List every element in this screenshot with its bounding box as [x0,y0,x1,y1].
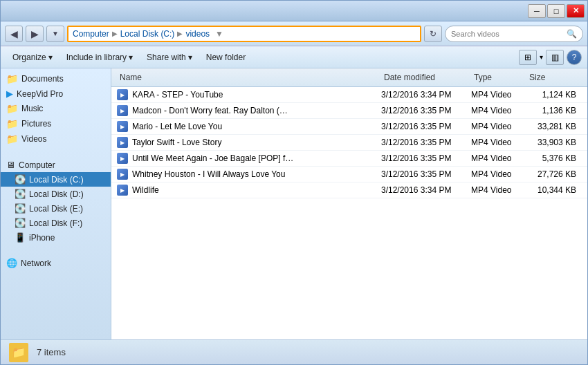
explorer-window: ─ □ ✕ ◀ ▶ ▼ Computer ▶ Local Disk (C:) ▶… [0,0,588,365]
col-size[interactable]: Size [526,71,582,84]
file-name-cell: ▶ Until We Meet Again - Joe Bagale [POP]… [117,153,381,164]
file-name-cell: ▶ Mario - Let Me Love You [117,121,381,132]
title-bar: ─ □ ✕ [1,1,587,21]
search-input[interactable] [451,30,564,38]
file-name-text: Madcon - Don't Worry feat. Ray Dalton (… [132,106,288,115]
sidebar-item-iphone[interactable]: 📱 iPhone [1,230,111,245]
view-toggle-button[interactable]: ⊞ [519,50,537,65]
sidebar-item-local-e[interactable]: 💽 Local Disk (E:) [1,201,111,216]
table-row[interactable]: ▶ KARA - STEP - YouTube 3/12/2016 3:34 P… [111,87,587,103]
keepvid-icon: ▶ [6,88,13,99]
col-type[interactable]: Type [471,71,526,84]
sidebar-item-videos[interactable]: 📁 Videos [1,131,111,147]
share-with-dropdown-icon: ▾ [188,53,192,62]
organize-dropdown-icon: ▾ [48,53,53,62]
breadcrumb-drive[interactable]: Local Disk (C:) [120,29,175,39]
sidebar-label-documents: Documents [21,74,64,84]
file-size: 1,124 KB [526,90,582,100]
file-date: 3/12/2016 3:35 PM [381,169,471,179]
sidebar-item-music[interactable]: 📁 Music [1,101,111,116]
file-size: 33,281 KB [526,122,582,131]
sidebar-item-keepvid[interactable]: ▶ KeepVid Pro [1,86,111,101]
sidebar-item-local-c[interactable]: 💽 Local Disk (C:) [1,172,111,187]
file-type: MP4 Video [471,90,526,100]
status-item-count: 7 items [37,347,66,357]
sidebar-label-local-d: Local Disk (D:) [29,189,84,199]
sidebar-label-local-f: Local Disk (F:) [29,218,82,228]
file-date: 3/12/2016 3:35 PM [381,153,471,163]
file-date: 3/12/2016 3:34 PM [381,185,471,195]
folder-icon: 📁 [6,73,18,84]
file-name-text: Taylor Swift - Love Story [132,138,221,147]
organize-button[interactable]: Organize ▾ [6,49,59,66]
sidebar-item-local-d[interactable]: 💽 Local Disk (D:) [1,187,111,201]
favorites-section: 📁 Documents ▶ KeepVid Pro 📁 Music 📁 Pict… [1,68,111,149]
file-type: MP4 Video [471,122,526,131]
sidebar-label-computer: Computer [19,160,55,170]
help-button[interactable]: ? [567,50,582,65]
file-date: 3/12/2016 3:35 PM [381,122,471,131]
up-button[interactable]: ▼ [46,26,64,42]
computer-section: 🖥 Computer 💽 Local Disk (C:) 💽 Local Dis… [1,155,111,247]
network-icon: 🌐 [6,258,17,268]
sidebar-label-local-c: Local Disk (C:) [29,175,84,185]
back-button[interactable]: ◀ [5,26,23,42]
sidebar-item-computer-header[interactable]: 🖥 Computer [1,158,111,172]
file-size: 10,344 KB [526,185,582,195]
close-button[interactable]: ✕ [567,4,585,18]
file-type-icon: ▶ [117,137,128,148]
file-date: 3/12/2016 3:35 PM [381,106,471,115]
videos-folder-icon: 📁 [6,133,18,144]
preview-pane-button[interactable]: ▥ [546,50,564,65]
network-section: 🌐 Network [1,253,111,273]
file-name-cell: ▶ KARA - STEP - YouTube [117,89,381,100]
minimize-button[interactable]: ─ [528,4,546,18]
new-folder-button[interactable]: New folder [200,49,252,66]
pictures-folder-icon: 📁 [6,118,18,129]
table-row[interactable]: ▶ Madcon - Don't Worry feat. Ray Dalton … [111,103,587,119]
col-name[interactable]: Name [117,71,381,84]
table-row[interactable]: ▶ Wildlife 3/12/2016 3:34 PM MP4 Video 1… [111,182,587,198]
search-icon[interactable]: 🔍 [567,29,577,39]
include-library-label: Include in library [66,53,127,62]
column-headers: Name Date modified Type Size [111,68,587,87]
refresh-button[interactable]: ↻ [424,26,442,42]
organize-label: Organize [12,53,46,62]
window-controls: ─ □ ✕ [528,4,585,18]
share-with-label: Share with [147,53,186,62]
file-rows: ▶ KARA - STEP - YouTube 3/12/2016 3:34 P… [111,87,587,339]
toolbar: Organize ▾ Include in library ▾ Share wi… [1,46,587,68]
view-dropdown-icon[interactable]: ▾ [540,53,543,61]
col-date[interactable]: Date modified [381,71,471,84]
sidebar-item-network[interactable]: 🌐 Network [1,256,111,270]
file-name-cell: ▶ Taylor Swift - Love Story [117,137,381,148]
include-library-button[interactable]: Include in library ▾ [60,49,139,66]
music-folder-icon: 📁 [6,103,18,114]
table-row[interactable]: ▶ Until We Meet Again - Joe Bagale [POP]… [111,151,587,167]
breadcrumb-computer[interactable]: Computer [73,29,109,39]
file-name-text: Mario - Let Me Love You [132,122,222,131]
sidebar-item-local-f[interactable]: 💽 Local Disk (F:) [1,216,111,230]
file-list: Name Date modified Type Size ▶ KARA - ST… [111,68,587,339]
breadcrumb-folder[interactable]: videos [185,29,210,39]
address-bar: ◀ ▶ ▼ Computer ▶ Local Disk (C:) ▶ video… [1,21,587,46]
sidebar-item-pictures[interactable]: 📁 Pictures [1,116,111,131]
file-name-cell: ▶ Madcon - Don't Worry feat. Ray Dalton … [117,105,381,116]
sidebar-item-documents[interactable]: 📁 Documents [1,71,111,86]
sidebar-label-videos: Videos [21,134,46,144]
breadcrumb-dropdown[interactable]: ▼ [215,29,223,39]
maximize-button[interactable]: □ [547,4,565,18]
file-size: 27,726 KB [526,169,582,179]
breadcrumb[interactable]: Computer ▶ Local Disk (C:) ▶ videos ▼ [67,26,421,42]
table-row[interactable]: ▶ Mario - Let Me Love You 3/12/2016 3:35… [111,119,587,135]
share-with-button[interactable]: Share with ▾ [140,49,199,66]
forward-button[interactable]: ▶ [26,26,44,42]
file-date: 3/12/2016 3:35 PM [381,138,471,147]
file-type-icon: ▶ [117,121,128,132]
sidebar-label-network: Network [21,259,51,268]
file-size: 1,136 KB [526,106,582,115]
table-row[interactable]: ▶ Taylor Swift - Love Story 3/12/2016 3:… [111,135,587,151]
table-row[interactable]: ▶ Whitney Houston - I Will Always Love Y… [111,167,587,182]
search-bar[interactable]: 🔍 [445,26,583,42]
toolbar-right: ⊞ ▾ ▥ ? [519,50,582,65]
